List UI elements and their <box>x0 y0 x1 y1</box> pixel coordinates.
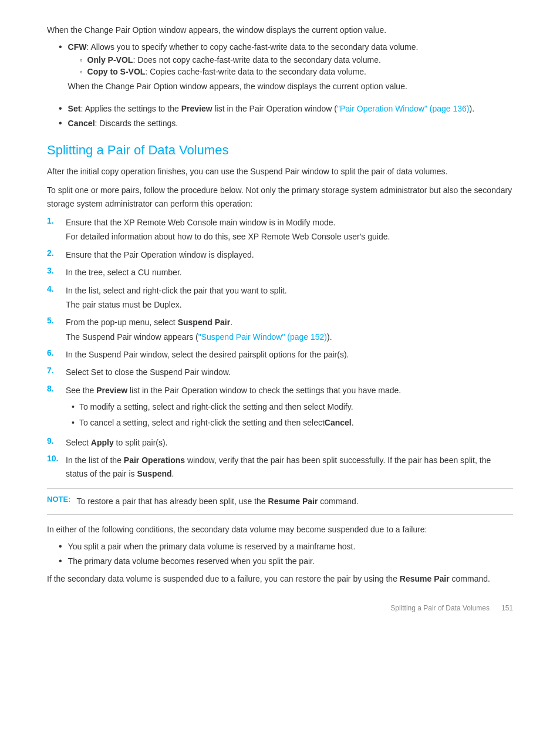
closing-post: command. <box>450 574 490 583</box>
closing-para: If the secondary data volume is suspende… <box>47 572 513 585</box>
closing-bold: Resume Pair <box>400 574 450 583</box>
bullet-cancel: Cancel: Discards the settings. <box>47 119 513 129</box>
step-2-num: 2. <box>47 248 63 258</box>
step-8-inner-list: To modify a setting, select and right-cl… <box>66 400 513 429</box>
set-preview-label: Preview <box>181 104 212 113</box>
step-10-num: 10. <box>47 454 63 463</box>
only-pvol-label: Only P-VOL <box>87 55 133 65</box>
closing-pre: If the secondary data volume is suspende… <box>47 574 400 583</box>
step-4: 4. In the list, select and right-click t… <box>47 284 513 312</box>
cancel-label: Cancel <box>68 119 95 128</box>
step-4-content: In the list, select and right-click the … <box>66 284 513 312</box>
sub-only-pvol: Only P-VOL: Does not copy cache-fast-wri… <box>68 55 419 65</box>
after-note-bullets: You split a pair when the primary data v… <box>47 542 513 566</box>
step-1-num: 1. <box>47 216 63 225</box>
note-text-post: command. <box>318 497 358 506</box>
bullet-cfw: CFW: Allows you to specify whether to co… <box>47 42 513 99</box>
step-10: 10. In the list of the Pair Operations w… <box>47 454 513 480</box>
step-8-cancel-bold: Cancel <box>325 416 352 429</box>
step-1-content: Ensure that the XP Remote Web Console ma… <box>66 216 513 244</box>
set-text2: list in the Pair Operation window ( <box>212 104 337 113</box>
bullet-set: Set: Applies the settings to the Preview… <box>47 104 513 114</box>
step-10-pair-ops: Pair Operations <box>124 455 185 465</box>
copy-svol-text: : Copies cache-fast-write data to the se… <box>145 67 366 76</box>
step-4-sub: The pair status must be Duplex. <box>66 298 513 311</box>
set-text: : Applies the settings to the <box>80 104 181 113</box>
step-3: 3. In the tree, select a CU number. <box>47 266 513 279</box>
set-label: Set <box>68 104 81 113</box>
step-6-num: 6. <box>47 348 63 357</box>
step-2: 2. Ensure that the Pair Operation window… <box>47 248 513 261</box>
step-5: 5. From the pop-up menu, select Suspend … <box>47 316 513 343</box>
sub-copy-svol: Copy to S-VOL: Copies cache-fast-write d… <box>68 67 419 76</box>
note-resume-bold: Resume Pair <box>268 497 318 506</box>
after-bullet-1-text: You split a pair when the primary data v… <box>68 542 356 551</box>
note-text-pre: To restore a pair that has already been … <box>76 497 268 506</box>
set-text3: ). <box>470 104 475 113</box>
step-6: 6. In the Suspend Pair window, select th… <box>47 348 513 361</box>
cfw-after-para: When the Change Pair Option window appea… <box>68 80 419 93</box>
step-9-apply: Apply <box>91 438 114 447</box>
step-5-sub: The Suspend Pair window appears ("Suspen… <box>66 330 513 343</box>
step-10-suspend: Suspend <box>137 469 171 478</box>
step-8-inner-1: To modify a setting, select and right-cl… <box>66 400 513 413</box>
cfw-text: : Allows you to specify whether to copy … <box>87 42 419 52</box>
note-box: NOTE: To restore a pair that has already… <box>47 488 513 514</box>
intro-bullet-list: CFW: Allows you to specify whether to co… <box>47 42 513 128</box>
step-8-num: 8. <box>47 384 63 393</box>
section-para2: To split one or more pairs, follow the p… <box>47 184 513 210</box>
footer-page-number: 151 <box>501 604 513 612</box>
intro-para1: When the Change Pair Option window appea… <box>47 23 513 36</box>
step-8: 8. See the Preview list in the Pair Oper… <box>47 384 513 431</box>
section-heading: Splitting a Pair of Data Volumes <box>47 143 513 158</box>
steps-list: 1. Ensure that the XP Remote Web Console… <box>47 216 513 480</box>
step-2-content: Ensure that the Pair Operation window is… <box>66 248 513 261</box>
step-8-inner-2: To cancel a setting, select and right-cl… <box>66 416 513 429</box>
step-5-content: From the pop-up menu, select Suspend Pai… <box>66 316 513 343</box>
step-10-content: In the list of the Pair Operations windo… <box>66 454 513 480</box>
step-8-content: See the Preview list in the Pair Operati… <box>66 384 513 431</box>
step-9-content: Select Apply to split pair(s). <box>66 436 513 449</box>
copy-svol-label: Copy to S-VOL <box>87 67 146 76</box>
after-bullet-2-text: The primary data volume becomes reserved… <box>68 556 315 566</box>
section-para1: After the initial copy operation finishe… <box>47 165 513 178</box>
pair-operation-link[interactable]: "Pair Operation Window" (page 136) <box>337 104 470 113</box>
cfw-label: CFW <box>68 42 87 52</box>
step-1-sub: For detailed information about how to do… <box>66 230 513 243</box>
step-7-content: Select Set to close the Suspend Pair win… <box>66 366 513 379</box>
step-7: 7. Select Set to close the Suspend Pair … <box>47 366 513 379</box>
page-footer: Splitting a Pair of Data Volumes 151 <box>47 604 513 612</box>
after-bullet-1: You split a pair when the primary data v… <box>47 542 513 552</box>
cancel-text: : Discards the settings. <box>95 119 178 128</box>
step-8-preview: Preview <box>96 386 127 395</box>
step-9-num: 9. <box>47 436 63 445</box>
footer-section-label: Splitting a Pair of Data Volumes <box>390 604 490 612</box>
step-9: 9. Select Apply to split pair(s). <box>47 436 513 449</box>
after-bullet-2: The primary data volume becomes reserved… <box>47 556 513 566</box>
note-content: To restore a pair that has already been … <box>76 495 358 508</box>
only-pvol-text: : Does not copy cache-fast-write data to… <box>133 55 381 65</box>
after-note-para: In either of the following conditions, t… <box>47 523 513 536</box>
step-4-num: 4. <box>47 284 63 293</box>
step-6-content: In the Suspend Pair window, select the d… <box>66 348 513 361</box>
step-7-num: 7. <box>47 366 63 375</box>
step-5-bold: Suspend Pair <box>178 318 230 327</box>
cfw-sub-list: Only P-VOL: Does not copy cache-fast-wri… <box>68 55 419 76</box>
step-3-content: In the tree, select a CU number. <box>66 266 513 279</box>
suspend-pair-link[interactable]: "Suspend Pair Window" (page 152) <box>198 332 327 342</box>
step-3-num: 3. <box>47 266 63 275</box>
step-5-num: 5. <box>47 316 63 325</box>
note-label: NOTE: <box>47 495 70 504</box>
step-1: 1. Ensure that the XP Remote Web Console… <box>47 216 513 244</box>
